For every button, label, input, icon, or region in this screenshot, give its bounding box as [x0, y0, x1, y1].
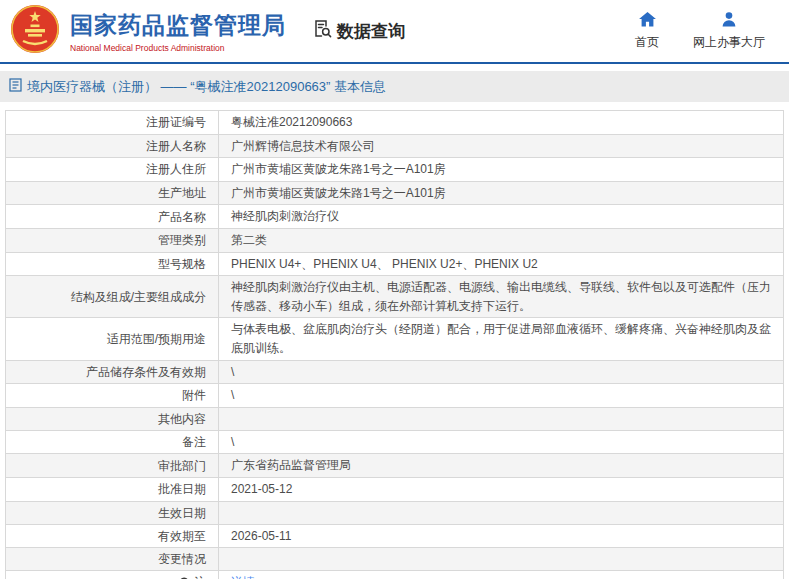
row-label: 批准日期	[6, 478, 219, 501]
header-nav: 首页 网上办事大厅	[635, 12, 765, 51]
row-value: 广州市黄埔区黄陂龙朱路1号之一A101房	[219, 158, 783, 181]
person-icon	[721, 12, 737, 34]
row-value: \	[219, 384, 783, 407]
row-label-text: 产品名称	[158, 208, 206, 226]
row-value: 与体表电极、盆底肌肉治疗头（经阴道）配合，用于促进局部血液循环、缓解疼痛、兴奋神…	[219, 318, 783, 359]
row-value: 广东省药品监督管理局	[219, 454, 783, 477]
page-title-bar: 境内医疗器械（注册） —— “粤械注准20212090663” 基本信息	[0, 71, 789, 102]
row-label: 注册人住所	[6, 158, 219, 181]
page-title: 境内医疗器械（注册） —— “粤械注准20212090663” 基本信息	[27, 78, 386, 96]
row-label: 附件	[6, 384, 219, 407]
detail-link[interactable]: 详情	[231, 573, 255, 579]
table-row: 审批部门 广东省药品监督管理局	[6, 454, 783, 478]
row-value: 2021-05-12	[219, 478, 783, 501]
row-label-text: 变更情况	[158, 550, 206, 568]
row-label-text: 管理类别	[158, 231, 206, 249]
table-row: 适用范围/预期用途 与体表电极、盆底肌肉治疗头（经阴道）配合，用于促进局部血液循…	[6, 318, 783, 360]
table-row: 变更情况	[6, 548, 783, 571]
row-value: 广州辉博信息技术有限公司	[219, 135, 783, 158]
row-label-text: 型号规格	[158, 255, 206, 273]
row-label: 有效期至	[6, 525, 219, 548]
table-row: 产品储存条件及有效期 \	[6, 361, 783, 385]
table-row: 注册人住所 广州市黄埔区黄陂龙朱路1号之一A101房	[6, 158, 783, 182]
row-value: 详情	[219, 571, 783, 579]
row-label-text: 注册证编号	[146, 113, 206, 131]
nav-home-label: 首页	[635, 34, 659, 51]
row-label-text: 注册人名称	[146, 137, 206, 155]
home-icon	[639, 12, 656, 34]
row-label: 产品名称	[6, 205, 219, 228]
row-label: 结构及组成/主要组成成分	[6, 276, 219, 317]
table-row: 型号规格 PHENIX U4+、PHENIX U4、 PHENIX U2+、PH…	[6, 253, 783, 277]
row-label: 型号规格	[6, 253, 219, 276]
table-row: 备注 \	[6, 431, 783, 455]
row-label-text: 适用范围/预期用途	[107, 330, 206, 348]
info-table: 注册证编号 粤械注准20212090663 注册人名称 广州辉博信息技术有限公司	[5, 110, 784, 579]
row-label: 审批部门	[6, 454, 219, 477]
table-row: 批准日期 2021-05-12	[6, 478, 783, 502]
nav-home[interactable]: 首页	[635, 12, 659, 51]
row-label-text: 生效日期	[158, 504, 206, 522]
table-row: 有效期至 2026-05-11	[6, 525, 783, 549]
site-title: 国家药品监督管理局	[70, 10, 286, 41]
row-label: 适用范围/预期用途	[6, 318, 219, 359]
nav-online-hall[interactable]: 网上办事大厅	[693, 12, 765, 51]
row-label-text: 产品储存条件及有效期	[86, 363, 206, 381]
row-label: 注册证编号	[6, 111, 219, 134]
nmpa-brand[interactable]: 国家药品监督管理局 National Medical Products Admi…	[10, 4, 286, 58]
row-label: 产品储存条件及有效期	[6, 361, 219, 384]
row-value: 神经肌肉刺激治疗仪	[219, 205, 783, 228]
row-value: 粤械注准20212090663	[219, 111, 783, 134]
table-row: 产品名称 神经肌肉刺激治疗仪	[6, 205, 783, 229]
table-row: 其他内容	[6, 408, 783, 431]
national-emblem-icon	[10, 4, 60, 58]
data-query-nav[interactable]: 数据查询	[312, 18, 405, 44]
table-row: 生效日期	[6, 502, 783, 525]
table-row: 注册证编号 粤械注准20212090663	[6, 111, 783, 135]
row-label: 注册人名称	[6, 135, 219, 158]
row-label-text: 备注	[182, 433, 206, 451]
row-value	[219, 408, 783, 430]
site-header: 国家药品监督管理局 National Medical Products Admi…	[0, 0, 789, 64]
row-label: 管理类别	[6, 229, 219, 252]
row-label: 生效日期	[6, 502, 219, 524]
row-value: 神经肌肉刺激治疗仪由主机、电源适配器、电源线、输出电缆线、导联线、软件包以及可选…	[219, 276, 783, 317]
row-value: \	[219, 361, 783, 384]
row-value: 广州市黄埔区黄陂龙朱路1号之一A101房	[219, 182, 783, 205]
row-label-text: 有效期至	[158, 527, 206, 545]
row-label: 其他内容	[6, 408, 219, 430]
row-value	[219, 502, 783, 524]
row-label-text: 注	[194, 573, 206, 579]
table-row: 注 详情	[6, 571, 783, 579]
row-label-text: 批准日期	[158, 480, 206, 498]
row-value	[219, 548, 783, 570]
table-row: 结构及组成/主要组成成分 神经肌肉刺激治疗仪由主机、电源适配器、电源线、输出电缆…	[6, 276, 783, 318]
document-icon	[9, 78, 27, 95]
nav-online-hall-label: 网上办事大厅	[693, 34, 765, 51]
row-value: 2026-05-11	[219, 525, 783, 548]
row-value: 第二类	[219, 229, 783, 252]
table-row: 生产地址 广州市黄埔区黄陂龙朱路1号之一A101房	[6, 182, 783, 206]
row-value: PHENIX U4+、PHENIX U4、 PHENIX U2+、PHENIX …	[219, 253, 783, 276]
site-subtitle: National Medical Products Administration	[70, 43, 286, 53]
row-label: 生产地址	[6, 182, 219, 205]
row-label-text: 其他内容	[158, 410, 206, 428]
row-value: \	[219, 431, 783, 454]
row-label-text: 生产地址	[158, 184, 206, 202]
table-row: 附件 \	[6, 384, 783, 408]
data-query-label: 数据查询	[337, 20, 405, 43]
table-row: 注册人名称 广州辉博信息技术有限公司	[6, 135, 783, 159]
table-row: 管理类别 第二类	[6, 229, 783, 253]
row-label: 变更情况	[6, 548, 219, 570]
row-label-text: 结构及组成/主要组成成分	[71, 288, 206, 306]
row-label-text: 审批部门	[158, 457, 206, 475]
row-label: 注	[6, 571, 219, 579]
row-label-text: 注册人住所	[146, 160, 206, 178]
row-label: 备注	[6, 431, 219, 454]
row-label-text: 附件	[182, 386, 206, 404]
document-search-icon	[312, 18, 337, 44]
